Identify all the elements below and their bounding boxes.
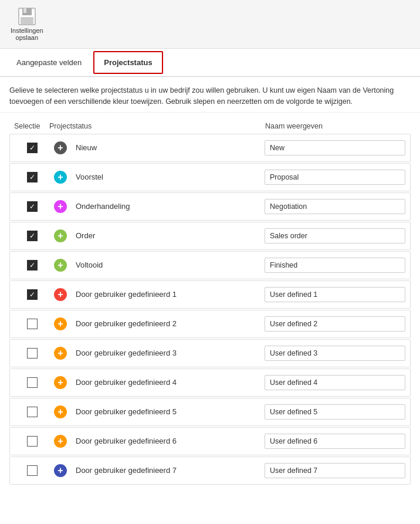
- name-cell: [265, 140, 405, 155]
- table-row: +Door gebruiker gedefinieerd 3: [9, 339, 411, 367]
- checkbox-cell: [15, 319, 50, 329]
- status-color-icon: +: [54, 288, 67, 301]
- row-checkbox[interactable]: [27, 172, 38, 182]
- name-cell: [265, 463, 405, 478]
- checkbox-cell: [15, 260, 50, 271]
- description-text: Gelieve te selecteren welke projectstatu…: [0, 77, 420, 113]
- icon-cell: +: [50, 200, 71, 213]
- icon-cell: +: [50, 464, 71, 477]
- svg-rect-2: [23, 8, 26, 13]
- name-input[interactable]: [265, 375, 405, 390]
- icon-cell: +: [50, 141, 71, 154]
- status-color-icon: +: [54, 200, 67, 213]
- table-row: +Door gebruiker gedefinieerd 5: [9, 398, 411, 426]
- name-input[interactable]: [265, 346, 405, 361]
- status-label: Voorstel: [76, 173, 265, 181]
- status-label: Onderhandeling: [76, 202, 265, 211]
- tabs-bar: Aangepaste velden Projectstatus: [0, 49, 420, 77]
- row-checkbox[interactable]: [27, 465, 38, 476]
- name-input[interactable]: [265, 170, 405, 185]
- checkbox-cell: [15, 143, 50, 153]
- checkbox-cell: [15, 377, 50, 388]
- header-naam-weergeven: Naam weergeven: [265, 122, 406, 130]
- row-checkbox[interactable]: [27, 201, 38, 212]
- name-input[interactable]: [265, 463, 405, 478]
- icon-cell: +: [50, 435, 71, 448]
- checkbox-cell: [15, 465, 50, 476]
- name-input[interactable]: [265, 258, 405, 273]
- name-cell: [265, 346, 405, 361]
- save-label: Instellingen opslaan: [11, 27, 43, 41]
- table-row: +Voorstel: [9, 163, 411, 191]
- name-cell: [265, 228, 405, 244]
- status-color-icon: +: [54, 347, 67, 360]
- icon-cell: +: [50, 317, 71, 330]
- name-input[interactable]: [265, 199, 405, 214]
- checkbox-cell: [15, 289, 50, 300]
- status-label: Door gebruiker gedefinieerd 2: [76, 319, 265, 328]
- table-row: +Door gebruiker gedefinieerd 1: [9, 280, 411, 309]
- status-color-icon: +: [54, 141, 67, 154]
- name-input[interactable]: [265, 287, 405, 302]
- save-button[interactable]: Instellingen opslaan: [7, 5, 47, 43]
- table-header: Selectie Projectstatus Naam weergeven: [9, 119, 411, 134]
- name-input[interactable]: [265, 228, 405, 244]
- name-cell: [265, 170, 405, 185]
- table-row: +Door gebruiker gedefinieerd 6: [9, 427, 411, 455]
- checkbox-cell: [15, 172, 50, 182]
- table-row: +Door gebruiker gedefinieerd 4: [9, 369, 411, 397]
- icon-cell: +: [50, 229, 71, 242]
- row-checkbox[interactable]: [27, 407, 38, 417]
- checkbox-cell: [15, 348, 50, 359]
- status-label: Door gebruiker gedefinieerd 1: [76, 290, 265, 299]
- save-icon: [18, 7, 36, 26]
- table-wrapper: Selectie Projectstatus Naam weergeven +N…: [0, 113, 420, 492]
- row-checkbox[interactable]: [27, 377, 38, 388]
- status-color-icon: +: [54, 376, 67, 389]
- status-label: Nieuw: [76, 143, 265, 152]
- row-checkbox[interactable]: [27, 436, 38, 447]
- icon-cell: +: [50, 405, 71, 418]
- status-label: Door gebruiker gedefinieerd 6: [76, 437, 265, 445]
- name-input[interactable]: [265, 404, 405, 420]
- status-label: Door gebruiker gedefinieerd 5: [76, 407, 265, 416]
- status-color-icon: +: [54, 464, 67, 477]
- table-row: +Voltooid: [9, 251, 411, 279]
- icon-cell: +: [50, 288, 71, 301]
- name-cell: [265, 404, 405, 420]
- name-cell: [265, 199, 405, 214]
- checkbox-cell: [15, 201, 50, 212]
- row-checkbox[interactable]: [27, 348, 38, 359]
- svg-rect-3: [21, 17, 33, 24]
- name-input[interactable]: [265, 316, 405, 332]
- status-color-icon: +: [54, 405, 67, 418]
- name-cell: [265, 434, 405, 449]
- header-selection: Selectie: [14, 122, 49, 130]
- header-projectstatus: Projectstatus: [49, 122, 265, 130]
- table-row: +Door gebruiker gedefinieerd 2: [9, 310, 411, 338]
- name-input[interactable]: [265, 434, 405, 449]
- checkbox-cell: [15, 436, 50, 447]
- table-row: +Nieuw: [9, 134, 411, 162]
- status-color-icon: +: [54, 171, 67, 184]
- name-input[interactable]: [265, 140, 405, 155]
- row-checkbox[interactable]: [27, 289, 38, 300]
- row-checkbox[interactable]: [27, 260, 38, 271]
- checkbox-cell: [15, 407, 50, 417]
- row-checkbox[interactable]: [27, 143, 38, 153]
- icon-cell: +: [50, 347, 71, 360]
- tab-projectstatus[interactable]: Projectstatus: [93, 51, 162, 74]
- status-label: Door gebruiker gedefinieerd 4: [76, 378, 265, 387]
- tab-aangepaste-velden[interactable]: Aangepaste velden: [7, 51, 91, 74]
- checkbox-cell: [15, 231, 50, 241]
- table-row: +Onderhandeling: [9, 192, 411, 221]
- status-color-icon: +: [54, 317, 67, 330]
- status-color-icon: +: [54, 435, 67, 448]
- table-row: +Order: [9, 222, 411, 250]
- row-checkbox[interactable]: [27, 231, 38, 241]
- toolbar: Instellingen opslaan: [0, 0, 420, 49]
- icon-cell: +: [50, 259, 71, 272]
- icon-cell: +: [50, 171, 71, 184]
- row-checkbox[interactable]: [27, 319, 38, 329]
- status-label: Order: [76, 231, 265, 240]
